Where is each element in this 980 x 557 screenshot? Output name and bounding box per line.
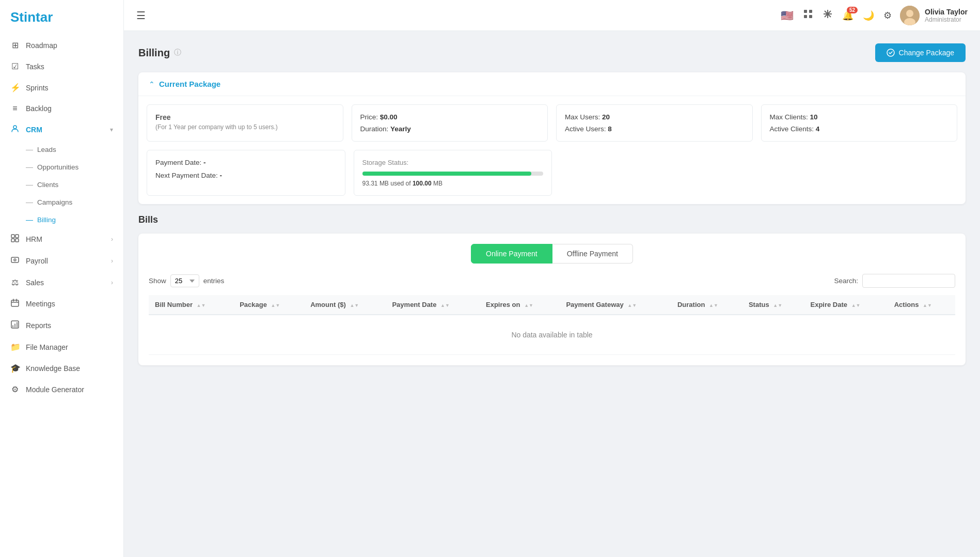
sidebar-item-reports[interactable]: Reports xyxy=(0,315,123,336)
sort-icon[interactable]: ▲▼ xyxy=(271,303,280,308)
notification-bell-icon[interactable]: 🔔 52 xyxy=(842,10,853,21)
card-header: ⌃ Current Package xyxy=(138,72,966,96)
sidebar-item-roadmap[interactable]: ⊞ Roadmap xyxy=(0,35,123,56)
bills-card: Online Payment Offline Payment Show 25 1… xyxy=(138,234,966,365)
sidebar-sub-leads[interactable]: — Leads xyxy=(0,141,123,158)
clients-box: Max Clients: 10 Active Clients: 4 xyxy=(761,104,958,142)
sidebar-item-hrm[interactable]: HRM › xyxy=(0,228,123,250)
sidebar-item-sales[interactable]: ⚖ Sales › xyxy=(0,272,123,293)
sort-icon[interactable]: ▲▼ xyxy=(923,303,932,308)
sidebar-sub-campaigns[interactable]: — Campaigns xyxy=(0,193,123,211)
roadmap-icon: ⊞ xyxy=(10,40,20,50)
sort-icon[interactable]: ▲▼ xyxy=(627,303,637,308)
page-header: Billing ⓘ Change Package xyxy=(138,43,966,62)
sort-icon[interactable]: ▲▼ xyxy=(851,303,861,308)
sidebar-item-backlog[interactable]: ≡ Backlog xyxy=(0,98,123,119)
current-package-title: Current Package xyxy=(159,80,220,88)
active-users-value: Active Users: 8 xyxy=(565,125,744,133)
grid-icon[interactable] xyxy=(823,9,833,22)
next-payment-date: Next Payment Date: - xyxy=(155,172,337,179)
sidebar-item-knowledge-base[interactable]: 🎓 Knowledge Base xyxy=(0,358,123,379)
package-desc: (For 1 Year per company with up to 5 use… xyxy=(155,123,335,131)
package-info-grid: Free (For 1 Year per company with up to … xyxy=(138,96,966,150)
user-role: Administrator xyxy=(925,16,968,23)
sidebar-item-label: Backlog xyxy=(26,104,52,113)
storage-label: Storage Status: xyxy=(362,159,544,166)
bills-table: Bill Number ▲▼ Package ▲▼ Amount ($) ▲▼ xyxy=(149,295,955,355)
sidebar-sub-opportunities[interactable]: — Opportunities xyxy=(0,158,123,176)
user-profile[interactable]: Olivia Taylor Administrator xyxy=(900,6,968,25)
table-controls: Show 25 10 50 100 entries Search: xyxy=(149,274,955,288)
backlog-icon: ≡ xyxy=(10,104,20,113)
chevron-up-icon[interactable]: ⌃ xyxy=(149,80,155,88)
sidebar-item-sprints[interactable]: ⚡ Sprints xyxy=(0,77,123,98)
svg-point-6 xyxy=(14,259,16,261)
file-manager-icon: 📁 xyxy=(10,342,20,352)
sort-icon[interactable]: ▲▼ xyxy=(773,303,782,308)
sidebar-item-crm[interactable]: CRM ▾ xyxy=(0,119,123,141)
sidebar-item-label: Tasks xyxy=(26,63,44,71)
crm-icon xyxy=(10,125,20,135)
sidebar-item-meetings[interactable]: Meetings xyxy=(0,293,123,315)
svg-point-0 xyxy=(13,126,17,129)
no-data-row: No data available in table xyxy=(149,315,955,355)
main-area: ☰ 🇺🇸 🔔 xyxy=(124,0,980,557)
sort-icon[interactable]: ▲▼ xyxy=(709,303,718,308)
tab-offline-payment[interactable]: Offline Payment xyxy=(552,244,633,264)
sidebar-item-label: CRM xyxy=(26,126,42,134)
sort-icon[interactable]: ▲▼ xyxy=(440,303,450,308)
sidebar-sub-clients[interactable]: — Clients xyxy=(0,176,123,193)
svg-rect-15 xyxy=(804,10,807,13)
topbar: ☰ 🇺🇸 🔔 xyxy=(124,0,980,31)
col-expires-on: Expires on ▲▼ xyxy=(480,295,560,315)
search-label: Search: xyxy=(834,277,858,285)
col-payment-gateway: Payment Gateway ▲▼ xyxy=(560,295,671,315)
col-bill-number: Bill Number ▲▼ xyxy=(149,295,233,315)
chevron-right-icon: › xyxy=(111,257,113,265)
chevron-right-icon: › xyxy=(111,279,113,286)
max-clients-value: Max Clients: 10 xyxy=(770,113,949,121)
no-data-message: No data available in table xyxy=(149,315,955,355)
table-header-row: Bill Number ▲▼ Package ▲▼ Amount ($) ▲▼ xyxy=(149,295,955,315)
settings-icon[interactable]: ⚙ xyxy=(883,10,892,21)
tasks-icon: ☑ xyxy=(10,61,20,71)
col-payment-date: Payment Date ▲▼ xyxy=(386,295,480,315)
apps-icon[interactable] xyxy=(803,9,813,22)
sidebar-item-payroll[interactable]: Payroll › xyxy=(0,250,123,272)
entries-select[interactable]: 25 10 50 100 xyxy=(170,274,199,287)
theme-toggle-icon[interactable]: 🌙 xyxy=(863,10,874,21)
search-input[interactable] xyxy=(862,274,955,288)
sidebar: Stintar ⊞ Roadmap ☑ Tasks ⚡ Sprints ≡ Ba… xyxy=(0,0,124,557)
col-status: Status ▲▼ xyxy=(742,295,804,315)
page-content: Billing ⓘ Change Package ⌃ Current Packa… xyxy=(124,31,980,557)
sprints-icon: ⚡ xyxy=(10,83,20,92)
sort-icon[interactable]: ▲▼ xyxy=(197,303,206,308)
show-entries: Show 25 10 50 100 entries xyxy=(149,274,224,287)
sidebar-item-label: Sprints xyxy=(26,84,49,92)
svg-rect-1 xyxy=(11,235,14,238)
avatar xyxy=(900,6,920,25)
sidebar-sub-billing[interactable]: — Billing xyxy=(0,211,123,228)
change-package-button[interactable]: Change Package xyxy=(875,43,966,62)
price-value: Price: $0.00 xyxy=(360,113,540,121)
module-generator-icon: ⚙ xyxy=(10,384,20,394)
sidebar-item-module-generator[interactable]: ⚙ Module Generator xyxy=(0,379,123,400)
language-flag[interactable]: 🇺🇸 xyxy=(781,9,794,22)
sidebar-item-tasks[interactable]: ☑ Tasks xyxy=(0,56,123,77)
col-duration: Duration ▲▼ xyxy=(671,295,742,315)
sidebar-item-file-manager[interactable]: 📁 File Manager xyxy=(0,336,123,358)
sort-icon[interactable]: ▲▼ xyxy=(350,303,359,308)
users-box: Max Users: 20 Active Users: 8 xyxy=(556,104,753,142)
storage-bar: 93.31 MB used of 100.00 MB xyxy=(362,172,544,187)
payroll-icon xyxy=(10,256,20,266)
info-icon[interactable]: ⓘ xyxy=(174,48,181,57)
svg-rect-18 xyxy=(809,15,812,18)
tab-online-payment[interactable]: Online Payment xyxy=(471,244,552,264)
sales-icon: ⚖ xyxy=(10,277,20,287)
sort-icon[interactable]: ▲▼ xyxy=(524,303,533,308)
hrm-icon xyxy=(10,234,20,244)
chevron-right-icon: › xyxy=(111,236,113,243)
menu-toggle-button[interactable]: ☰ xyxy=(136,9,146,22)
active-clients-value: Active Clients: 4 xyxy=(770,125,949,133)
svg-rect-16 xyxy=(809,10,812,13)
